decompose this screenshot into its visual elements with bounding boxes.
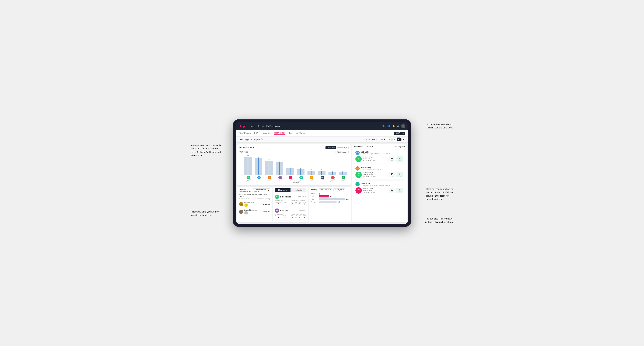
shot-chevron-2[interactable]: › bbox=[403, 167, 404, 170]
par-chevron-icon: ▾ bbox=[330, 189, 331, 191]
nav-home[interactable]: Home bbox=[250, 125, 255, 127]
total-rounds-label-1: Total Rounds bbox=[275, 200, 290, 201]
bar-fill-4 bbox=[276, 162, 283, 175]
gtt-col-1: GTT 0 bbox=[291, 202, 293, 205]
chart-section-title: On Course bbox=[240, 151, 248, 153]
total-rounds-label-2: Total Rounds bbox=[275, 213, 290, 215]
bogeys-bar bbox=[319, 201, 336, 203]
show-dropdown[interactable]: Last 3 months ▾ bbox=[371, 138, 386, 141]
shot-detail-3: Shot Dist: 16 yds Start Lie: Rough End L… bbox=[363, 187, 387, 193]
bar-group-2: 12 bbox=[254, 157, 263, 175]
shot-chevron-1[interactable]: › bbox=[403, 152, 404, 154]
bell-icon[interactable]: 🔔 bbox=[392, 125, 395, 127]
tab-pga[interactable]: PGA bbox=[254, 132, 258, 134]
all-shots-label: All Shots bbox=[364, 146, 371, 148]
gtt-label-2: GTT bbox=[291, 215, 293, 216]
practice-col-1: Practice 6 bbox=[283, 202, 287, 205]
stat1-value-2: 43 bbox=[390, 173, 394, 175]
tab-pgat-players[interactable]: PGAT Players bbox=[239, 132, 251, 134]
arg-col-2: ARG 0 bbox=[298, 215, 301, 218]
arg-value-2: 0 bbox=[298, 216, 301, 218]
view-grid2-btn[interactable]: ⊞ bbox=[388, 138, 392, 141]
view-grid4-btn[interactable]: ⊟ bbox=[392, 138, 396, 141]
add-team-button[interactable]: Add Team bbox=[394, 132, 405, 135]
shot-chevron-3[interactable]: › bbox=[403, 183, 404, 185]
putt-label-2: PUTT bbox=[302, 215, 306, 216]
nav-teams[interactable]: Teams bbox=[258, 125, 264, 127]
bar-highlight-1 bbox=[248, 157, 248, 175]
player-row-info-1: RB Richard Butler 🏅 bbox=[239, 201, 262, 207]
bar-value-1: 13 bbox=[247, 155, 249, 156]
shot-stat1-2: 43 yds bbox=[388, 172, 395, 177]
total-practice-label-2: Total Practice Activities bbox=[291, 213, 306, 215]
view-heart-btn[interactable]: ♥ bbox=[397, 138, 401, 141]
view-list-btn[interactable]: ☰ bbox=[402, 138, 405, 141]
rounds-stats-2: Tournament 8 Practice 4 bbox=[275, 215, 290, 218]
arg-col-1: ARG 0 bbox=[298, 202, 301, 205]
tab-tour[interactable]: Tour bbox=[289, 132, 292, 134]
shot-player-meta-1: 09 Jan 2023 · Royal North Devon GC · Hol… bbox=[361, 153, 402, 155]
tournament-value-1: 7 bbox=[275, 203, 282, 205]
tab-hcaps[interactable]: Hcaps 1-5 bbox=[262, 132, 270, 134]
shot-detail-1: Shot Dist: 67 yds Start Lie: Rough End L… bbox=[363, 156, 387, 162]
nav-my-performance[interactable]: My Performance bbox=[266, 125, 280, 127]
people-icon[interactable]: 👥 bbox=[387, 125, 390, 127]
practice-activities-section-2: Total Practice Activities GTT 0 APP bbox=[291, 213, 306, 218]
add-circle-icon[interactable]: ⊕ bbox=[397, 125, 399, 127]
bar-group-9: 2 bbox=[328, 171, 337, 175]
tab-team-clippd[interactable]: Team Clippd bbox=[274, 132, 286, 135]
shot-player-row-1: MM Matt Miller 09 Jan 2023 · Royal North… bbox=[356, 151, 404, 155]
par-dropdown[interactable]: Par 3, 4 & 5s ▾ bbox=[319, 188, 332, 191]
search-icon[interactable]: 🔍 bbox=[382, 125, 385, 127]
all-players-label: All Players bbox=[395, 146, 404, 148]
all-shots-dropdown[interactable]: All Shots ▾ bbox=[364, 146, 372, 148]
active-avatar-1: BM bbox=[275, 195, 279, 199]
lb-avg-1: 110 bbox=[268, 203, 270, 205]
bogeys-label: Bogeys bbox=[311, 201, 318, 203]
active-header: Most Active Least Active bbox=[275, 188, 306, 192]
shot-player-avatar-2: BM bbox=[356, 166, 360, 171]
shot-stats-2: 200SG Shot Dist: 43 yds Start Lie: Rough… bbox=[356, 172, 404, 178]
bar-fill-10 bbox=[339, 172, 346, 175]
user-avatar[interactable]: 👤 bbox=[401, 124, 405, 128]
tab-all-players[interactable]: All Players bbox=[296, 132, 306, 134]
player-entry-header-1: BM Blair McHarg 26 Aug 2023 bbox=[275, 195, 306, 199]
practice-dropdown[interactable]: PUTT Must Make Putting ... ▾ bbox=[253, 188, 270, 193]
practice-activities-1: GTT 0 APP 0 bbox=[291, 202, 306, 205]
chart-body: 1312109543322 BMRBDFJCEEGBRBMMECLR B. Mc… bbox=[243, 154, 348, 183]
bar-group-10: 2 bbox=[338, 171, 348, 175]
gtt-value-1: 0 bbox=[291, 203, 293, 205]
edit-icon[interactable]: ✏️ bbox=[261, 138, 264, 141]
bar-highlight-7 bbox=[311, 171, 312, 175]
shot-player-meta-3: 24 Aug 2023 · Royal North Devon GC · Hol… bbox=[361, 184, 402, 186]
putt-value-1: 1 bbox=[302, 203, 306, 205]
bar-fill-1 bbox=[244, 157, 252, 175]
shot-badge-1: 200SG bbox=[356, 156, 362, 162]
scoring-players-dropdown[interactable]: All Players ▾ bbox=[334, 188, 345, 191]
x-label-row: B. McHargR. BrittD. FordJ. ColesE. Ebert… bbox=[243, 180, 348, 181]
putt-label-1: PUTT bbox=[302, 202, 306, 203]
practice-label-1: Practice bbox=[283, 202, 287, 203]
app-col-1: APP 0 bbox=[295, 202, 297, 205]
chart-dropdown[interactable]: Total Rounds ▾ bbox=[335, 151, 348, 154]
page-wrapper: Choose the timescale you wish to see the… bbox=[191, 119, 453, 227]
most-active-card: Most Active Least Active BM Blair McHarg bbox=[273, 187, 308, 222]
nav-icons: 🔍 👥 🔔 ⊕ 👤 bbox=[382, 124, 405, 128]
shot-stat2-2: 0 yds bbox=[396, 172, 404, 177]
all-shots-chevron-icon: ▾ bbox=[372, 146, 373, 148]
arg-label-2: ARG bbox=[298, 215, 301, 216]
stat1-unit-1: yds bbox=[390, 160, 394, 161]
annotation-top-right: Choose the timescale you wish to see the… bbox=[427, 123, 453, 130]
best-shots-players-dropdown[interactable]: All Players ▾ bbox=[395, 146, 405, 148]
bar-group-4: 9 bbox=[275, 161, 284, 175]
practice-drills-toggle[interactable]: Practice Drills bbox=[336, 146, 348, 149]
shot-stats-1: 200SG Shot Dist: 67 yds Start Lie: Rough… bbox=[356, 156, 404, 162]
on-course-toggle[interactable]: On Course bbox=[326, 146, 336, 149]
shot-stat1-3: 16 yds bbox=[388, 188, 395, 193]
least-active-tab[interactable]: Least Active bbox=[290, 188, 306, 192]
bar-highlight-3 bbox=[268, 161, 269, 175]
bar-highlight-4 bbox=[279, 162, 280, 175]
player-entry-header-2: RB Rees Britt 02 Sep 2023 bbox=[275, 208, 306, 213]
most-active-tab[interactable]: Most Active bbox=[275, 188, 290, 192]
activity-toggle-group: On Course Practice Drills bbox=[325, 146, 348, 149]
